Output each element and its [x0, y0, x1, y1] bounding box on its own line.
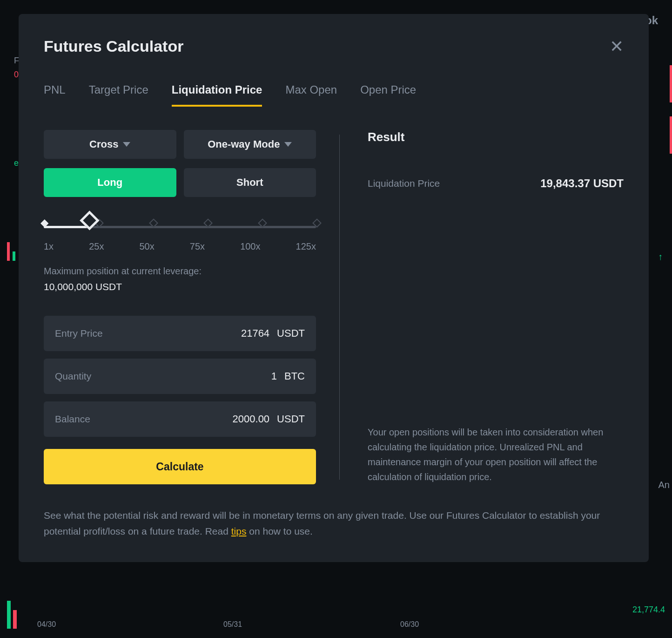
tab-max-open[interactable]: Max Open [285, 83, 337, 107]
close-icon[interactable]: ✕ [610, 38, 624, 55]
tab-target-price[interactable]: Target Price [89, 83, 148, 107]
calculator-tabs: PNL Target Price Liquidation Price Max O… [44, 83, 624, 107]
tips-link[interactable]: tips [231, 526, 247, 536]
result-liquidation-value: 19,843.37 USDT [540, 177, 624, 190]
slider-tick-label: 75x [190, 241, 205, 252]
balance-input[interactable] [200, 413, 269, 425]
background-strip [670, 65, 672, 102]
margin-mode-label: Cross [89, 138, 118, 150]
quantity-unit: BTC [284, 370, 305, 382]
calculate-button[interactable]: Calculate [44, 449, 316, 484]
tab-pnl[interactable]: PNL [44, 83, 66, 107]
background-date: 06/30 [400, 620, 419, 629]
result-liquidation-label: Liquidation Price [368, 178, 440, 189]
result-title: Result [368, 130, 624, 144]
chevron-down-icon [284, 142, 292, 147]
entry-price-label: Entry Price [55, 328, 200, 339]
background-arrow-icon: ↑ [658, 251, 663, 262]
bottom-note-text-post: on how to use. [246, 526, 312, 536]
position-mode-label: One-way Mode [208, 138, 280, 150]
vertical-divider [339, 135, 340, 480]
background-price: 21,774.4 [632, 605, 665, 615]
slider-tick-label: 100x [240, 241, 260, 252]
background-text: 0 [14, 70, 19, 80]
balance-unit: USDT [277, 413, 305, 425]
tab-liquidation-price[interactable]: Liquidation Price [172, 83, 262, 107]
max-position-value: 10,000,000 USDT [44, 281, 316, 292]
long-button[interactable]: Long [44, 168, 176, 197]
balance-label: Balance [55, 414, 200, 425]
short-button[interactable]: Short [184, 168, 316, 197]
entry-price-unit: USDT [277, 327, 305, 339]
quantity-field[interactable]: Quantity BTC [44, 359, 316, 394]
background-date: 05/31 [223, 620, 242, 629]
background-candle [7, 601, 11, 629]
chevron-down-icon [123, 142, 130, 147]
background-candle [13, 610, 17, 629]
slider-tick-label: 50x [140, 241, 155, 252]
background-date: 04/30 [37, 620, 56, 629]
entry-price-field[interactable]: Entry Price USDT [44, 316, 316, 351]
position-mode-dropdown[interactable]: One-way Mode [184, 130, 316, 159]
leverage-slider[interactable]: 1x 25x 50x 75x 100x 125x [44, 225, 316, 252]
max-position-label: Maximum position at current leverage: [44, 266, 316, 277]
bottom-note-text: See what the potential risk and reward w… [44, 510, 600, 536]
bottom-note: See what the potential risk and reward w… [44, 508, 624, 539]
quantity-input[interactable] [207, 370, 277, 382]
margin-mode-dropdown[interactable]: Cross [44, 130, 176, 159]
futures-calculator-modal: Futures Calculator ✕ PNL Target Price Li… [19, 14, 649, 562]
tab-open-price[interactable]: Open Price [360, 83, 416, 107]
slider-tick-label: 1x [44, 241, 54, 252]
result-note: Your open positions will be taken into c… [368, 425, 624, 484]
modal-title: Futures Calculator [44, 37, 183, 55]
entry-price-input[interactable] [200, 327, 269, 339]
quantity-label: Quantity [55, 371, 207, 382]
slider-tick-label: 125x [296, 241, 316, 252]
background-text: An [659, 480, 670, 490]
balance-field[interactable]: Balance USDT [44, 401, 316, 437]
background-strip [670, 116, 672, 154]
slider-tick-label: 25x [89, 241, 104, 252]
